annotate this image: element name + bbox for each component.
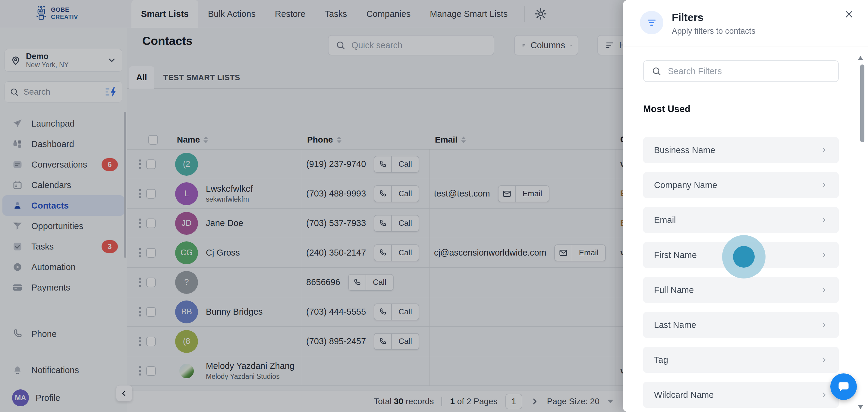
select-all-checkbox[interactable] <box>148 135 158 145</box>
nav-tab-restore[interactable]: Restore <box>265 0 315 28</box>
sidebar-item-calendars[interactable]: Calendars <box>0 175 127 195</box>
nav-tab-bulk-actions[interactable]: Bulk Actions <box>198 0 265 28</box>
filter-search[interactable] <box>643 60 839 82</box>
total-count: 30 <box>394 397 403 406</box>
sidebar-item-automation[interactable]: Automation <box>0 257 127 277</box>
columns-button[interactable]: Columns <box>514 35 578 56</box>
sidebar-item-profile[interactable]: MA Profile <box>0 388 127 408</box>
page-size-caret-icon[interactable] <box>607 400 613 403</box>
drag-handle-icon[interactable] <box>139 159 141 162</box>
call-button[interactable]: Call <box>374 304 419 320</box>
drag-handle-icon[interactable] <box>139 189 141 191</box>
column-header-phone[interactable]: Phone <box>302 130 430 149</box>
nav-tab-tasks[interactable]: Tasks <box>315 0 356 28</box>
filter-search-input[interactable] <box>667 66 813 76</box>
row-checkbox[interactable] <box>146 189 156 199</box>
sort-icon[interactable] <box>461 136 466 143</box>
call-button[interactable]: Call <box>374 215 419 232</box>
filter-item-full-name[interactable]: Full Name <box>643 277 839 303</box>
next-page-button[interactable] <box>530 397 539 406</box>
page-number-input[interactable] <box>505 393 522 409</box>
drag-handle-icon[interactable] <box>139 219 141 221</box>
sidebar-item-notifications[interactable]: Notifications <box>0 360 127 380</box>
filter-item-tag[interactable]: Tag <box>643 347 839 373</box>
phone-icon <box>378 219 387 227</box>
panel-scroll-down-icon[interactable] <box>858 405 863 409</box>
call-button[interactable]: Call <box>374 156 419 173</box>
page-title: Contacts <box>142 34 193 47</box>
filter-item-email[interactable]: Email <box>643 207 839 233</box>
row-checkbox[interactable] <box>146 307 156 317</box>
automation-icon <box>12 262 23 273</box>
sidebar-search-input[interactable] <box>23 87 93 97</box>
filter-item-first-name[interactable]: First Name <box>643 242 839 268</box>
location-city: New York, NY <box>26 61 69 69</box>
tab-test-smart-lists[interactable]: TEST SMART LISTS <box>154 66 249 89</box>
call-button[interactable]: Call <box>374 333 419 350</box>
contact-name[interactable]: Melody Yazdani Zhang <box>206 361 294 371</box>
drag-handle-icon[interactable] <box>139 248 141 250</box>
close-icon <box>843 8 855 20</box>
column-header-name[interactable]: Name <box>172 130 302 149</box>
row-checkbox[interactable] <box>146 366 156 376</box>
sidebar-scrollbar[interactable] <box>124 112 126 258</box>
quick-search-input[interactable] <box>351 40 472 51</box>
sidebar-item-phone[interactable]: Phone <box>0 324 127 344</box>
phone-value: 8656696 <box>306 277 340 287</box>
nav-tab-companies[interactable]: Companies <box>357 0 421 28</box>
phone-icon <box>378 337 387 346</box>
close-filters-button[interactable] <box>843 8 855 20</box>
drag-handle-icon[interactable] <box>139 278 141 280</box>
row-checkbox[interactable] <box>146 337 156 346</box>
sidebar-item-payments[interactable]: Payments <box>0 277 127 298</box>
opportunities-icon <box>12 221 23 231</box>
row-checkbox[interactable] <box>146 278 156 287</box>
bell-icon <box>12 365 23 376</box>
row-checkbox[interactable] <box>146 248 156 258</box>
sidebar-collapse-button[interactable] <box>116 385 132 402</box>
filter-item-company-name[interactable]: Company Name <box>643 172 839 198</box>
email-button[interactable]: Email <box>498 185 550 202</box>
chat-widget-button[interactable] <box>830 373 857 400</box>
tab-all[interactable]: All <box>129 66 154 89</box>
row-checkbox[interactable] <box>146 219 156 228</box>
app-logo: GOBE CREATIV <box>35 5 78 22</box>
sidebar-item-dashboard[interactable]: Dashboard <box>0 134 127 154</box>
email-button[interactable]: Email <box>554 245 606 261</box>
page-size[interactable]: Page Size: 20 <box>547 397 599 406</box>
contact-name[interactable]: Lwskefwlkef <box>206 184 253 194</box>
nav-tab-manage-smart-lists[interactable]: Manage Smart Lists <box>420 0 517 28</box>
contact-name[interactable]: Cj Gross <box>206 248 240 258</box>
sidebar-item-opportunities[interactable]: Opportunities <box>0 216 127 236</box>
column-header-email[interactable]: Email <box>430 130 615 149</box>
drag-handle-icon[interactable] <box>139 337 141 339</box>
search-icon <box>652 66 661 76</box>
sidebar-search[interactable] <box>4 82 122 102</box>
contact-name[interactable]: Jane Doe <box>206 218 243 228</box>
sidebar-item-tasks[interactable]: Tasks 3 <box>0 236 127 257</box>
chevron-down-icon <box>107 56 117 65</box>
call-button[interactable]: Call <box>374 245 419 261</box>
filter-lines-icon <box>646 17 658 29</box>
location-switcher[interactable]: Demo New York, NY <box>4 49 122 72</box>
quick-search[interactable] <box>328 35 494 56</box>
call-button[interactable]: Call <box>348 274 394 291</box>
call-button[interactable]: Call <box>374 185 419 202</box>
sidebar-item-launchpad[interactable]: Launchpad <box>0 113 127 134</box>
row-checkbox[interactable] <box>146 159 156 169</box>
settings-gear-button[interactable] <box>532 0 549 28</box>
sort-icon[interactable] <box>337 136 341 143</box>
nav-tab-smart-lists[interactable]: Smart Lists <box>131 0 198 28</box>
filter-item-last-name[interactable]: Last Name <box>643 312 839 338</box>
contact-name[interactable]: Bunny Bridges <box>206 307 263 317</box>
sidebar-item-conversations[interactable]: Conversations 6 <box>0 154 127 175</box>
sort-icon[interactable] <box>204 136 208 143</box>
panel-scroll-up-icon[interactable] <box>858 56 863 60</box>
drag-handle-icon[interactable] <box>139 307 141 309</box>
drag-handle-icon[interactable] <box>139 366 141 368</box>
filter-item-business-name[interactable]: Business Name <box>643 137 839 163</box>
quick-actions-bolt-icon[interactable] <box>104 87 117 97</box>
filter-item-wildcard-name[interactable]: Wildcard Name <box>643 382 839 408</box>
sidebar-item-contacts[interactable]: Contacts <box>2 195 124 216</box>
panel-scrollbar[interactable] <box>860 64 864 142</box>
